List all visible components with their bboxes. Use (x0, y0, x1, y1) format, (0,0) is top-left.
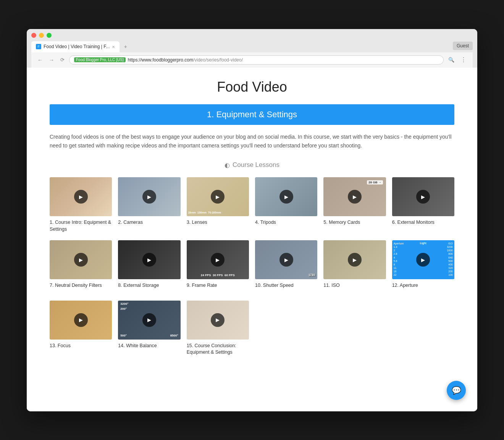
lesson-thumb-11: ▶ (323, 240, 386, 279)
fps-labels: 24 FPS 30 FPS 60 FPS (187, 273, 249, 277)
lesson-thumb-8: ▶ (118, 240, 180, 279)
section-description: Creating food videos is one of the best … (50, 133, 454, 151)
maximize-window-button[interactable] (47, 33, 52, 38)
play-button-13[interactable]: ▶ (74, 313, 88, 327)
back-button[interactable]: ← (36, 56, 44, 64)
wb-top-labels: 3200°200° (120, 302, 128, 311)
lesson-label-7: 7. Neutral Density Filters (50, 282, 112, 289)
lesson-thumb-6: ▶ (392, 177, 454, 216)
wb-right-label: 8500° (170, 334, 178, 337)
guest-button[interactable]: Guest (453, 42, 473, 50)
play-button-11[interactable]: ▶ (348, 253, 362, 267)
course-lessons-header: ◐ Course Lessons (50, 161, 454, 169)
lesson-item-1[interactable]: ▶ 1. Course Intro: Equipment & Settings (50, 177, 112, 233)
lesson-label-13: 13. Focus (50, 343, 112, 349)
lens-labels: 28mm 100mm 70-200mm (188, 211, 221, 214)
play-button-4[interactable]: ▶ (279, 190, 293, 204)
url-text: https://www.foodbloggerpro.com/video/ser… (128, 57, 243, 63)
lesson-item-2[interactable]: ▶ 2. Cameras (118, 177, 180, 233)
search-button[interactable]: 🔍 (447, 56, 456, 63)
tab-favicon: F (36, 44, 41, 49)
lesson-thumb-12: ▶ Aperture1.422.845.68111622 Light ISO32… (392, 240, 454, 279)
play-button-7[interactable]: ▶ (74, 253, 88, 267)
play-button-1[interactable]: ▶ (74, 190, 88, 204)
play-button-2[interactable]: ▶ (142, 190, 156, 204)
play-button-14[interactable]: ▶ (142, 313, 156, 327)
lesson-item-11[interactable]: ▶ 11. ISO (323, 240, 386, 289)
play-button-3[interactable]: ▶ (211, 190, 225, 204)
lesson-item-7[interactable]: ▶ 7. Neutral Density Filters (50, 240, 112, 289)
tab-close-button[interactable]: × (112, 44, 115, 50)
lesson-item-14[interactable]: ▶ 3200°200° 500° 8500° 14. White Balance (118, 301, 180, 356)
lesson-item-12[interactable]: ▶ Aperture1.422.845.68111622 Light ISO32… (392, 240, 454, 289)
browser-chrome: F Food Video | Video Training | F... × +… (27, 29, 477, 68)
play-button-10[interactable]: ▶ (279, 253, 293, 267)
lesson-thumb-10: ▶ 1/30 (255, 240, 317, 279)
tab-bar: F Food Video | Video Training | F... × +… (31, 41, 473, 52)
active-tab[interactable]: F Food Video | Video Training | F... × (31, 41, 120, 52)
lesson-label-11: 11. ISO (323, 282, 386, 289)
lesson-item-4[interactable]: ▶ 4. Tripods (255, 177, 317, 233)
play-button-8[interactable]: ▶ (142, 253, 156, 267)
page-content: Food Video 1. Equipment & Settings Creat… (27, 68, 477, 411)
aperture-left-labels: Aperture1.422.845.68111622 (394, 242, 404, 277)
chat-button[interactable]: 💬 (447, 381, 466, 400)
menu-button[interactable]: ⋮ (459, 55, 468, 64)
lesson-label-14: 14. White Balance (118, 343, 180, 349)
ssl-badge: Food Blogger Pro, LLC [US] (74, 57, 126, 62)
lessons-grid: ▶ 1. Course Intro: Equipment & Settings … (50, 177, 454, 289)
lesson-thumb-7: ▶ (50, 240, 112, 279)
close-window-button[interactable] (31, 33, 36, 38)
lesson-label-6: 6. External Monitors (392, 219, 454, 226)
lesson-label-12: 12. Aperture (392, 282, 454, 289)
lesson-item-15[interactable]: ▶ 15. Course Conclusion: Equipment & Set… (187, 301, 249, 356)
lesson-thumb-14: ▶ 3200°200° 500° 8500° (118, 301, 180, 340)
play-button-9[interactable]: ▶ (211, 253, 225, 267)
clock-icon: ◐ (225, 162, 230, 169)
lesson-thumb-3: ▶ 28mm 100mm 70-200mm (187, 177, 249, 216)
minimize-window-button[interactable] (39, 33, 44, 38)
lesson-label-15: 15. Course Conclusion: Equipment & Setti… (187, 343, 249, 356)
page-title: Food Video (50, 79, 454, 95)
lesson-item-6[interactable]: ▶ 6. External Monitors (392, 177, 454, 233)
lesson-thumb-15: ▶ (187, 301, 249, 340)
tab-title: Food Video | Video Training | F... (44, 44, 110, 49)
lessons-grid-row3: ▶ 13. Focus ▶ 3200°200° 500° 8500° 14. W… (50, 301, 454, 356)
lesson-item-13[interactable]: ▶ 13. Focus (50, 301, 112, 356)
play-button-6[interactable]: ▶ (416, 190, 430, 204)
lesson-thumb-9: ▶ 24 FPS 30 FPS 60 FPS (187, 240, 249, 279)
course-lessons-label: Course Lessons (233, 161, 279, 169)
lesson-item-10[interactable]: ▶ 1/30 10. Shutter Speed (255, 240, 317, 289)
browser-window: F Food Video | Video Training | F... × +… (27, 29, 477, 411)
lesson-label-8: 8. External Storage (118, 282, 180, 289)
forward-button[interactable]: → (47, 56, 56, 64)
wb-bottom-label: 500° (120, 334, 127, 337)
shutter-speed-label: 1/30 (309, 273, 315, 277)
address-bar: ← → ⟳ Food Blogger Pro, LLC [US] https:/… (31, 52, 473, 68)
new-tab-button[interactable]: + (120, 41, 131, 52)
url-bar[interactable]: Food Blogger Pro, LLC [US] https://www.f… (69, 55, 444, 65)
lesson-label-1: 1. Course Intro: Equipment & Settings (50, 219, 112, 233)
lesson-label-4: 4. Tripods (255, 219, 317, 226)
light-label: Light (420, 242, 426, 244)
lesson-item-3[interactable]: ▶ 28mm 100mm 70-200mm 3. Lenses (187, 177, 249, 233)
traffic-lights (31, 33, 473, 38)
lesson-label-2: 2. Cameras (118, 219, 180, 226)
lesson-label-10: 10. Shutter Speed (255, 282, 317, 289)
lesson-item-5[interactable]: ▶ 28 GB → 5. Memory Cards (323, 177, 386, 233)
lesson-item-8[interactable]: ▶ 8. External Storage (118, 240, 180, 289)
aperture-right-labels: ISO32001600800640500400320200100 (447, 242, 453, 277)
lesson-thumb-5: ▶ 28 GB → (323, 177, 386, 216)
lesson-thumb-1: ▶ (50, 177, 112, 216)
play-button-12[interactable]: ▶ (416, 253, 430, 267)
section-header: 1. Equipment & Settings (50, 104, 454, 125)
lesson-label-5: 5. Memory Cards (323, 219, 386, 226)
play-button-15[interactable]: ▶ (211, 313, 225, 327)
lesson-item-9[interactable]: ▶ 24 FPS 30 FPS 60 FPS 9. Frame Rate (187, 240, 249, 289)
lesson-label-3: 3. Lenses (187, 219, 249, 226)
lesson-thumb-4: ▶ (255, 177, 317, 216)
reload-button[interactable]: ⟳ (59, 56, 66, 63)
play-button-5[interactable]: ▶ (348, 190, 362, 204)
memory-cards-label: 28 GB → (367, 180, 383, 184)
lesson-thumb-13: ▶ (50, 301, 112, 340)
